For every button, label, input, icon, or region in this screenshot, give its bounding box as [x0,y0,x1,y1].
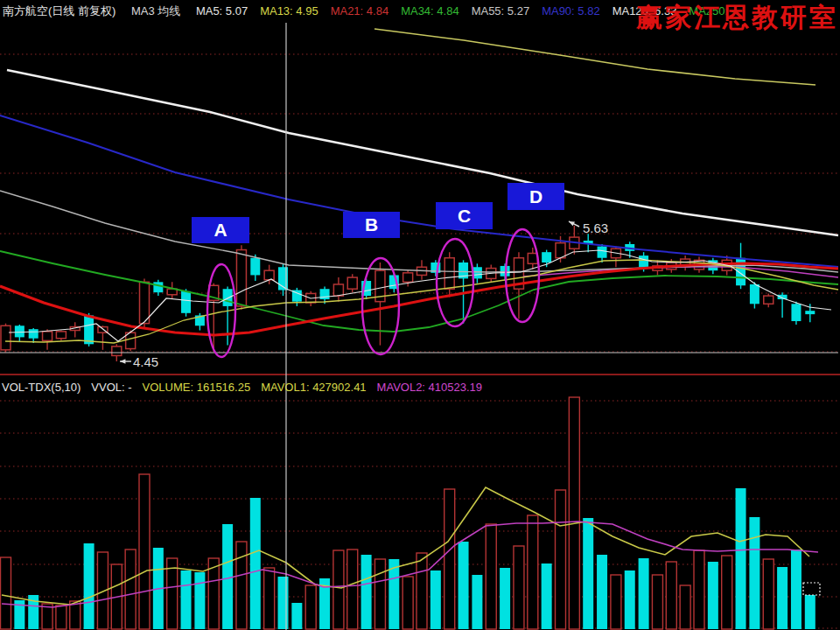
volume-indicator-value: MAVOL1: 427902.41 [261,381,366,394]
annotation-box-b: B [343,212,400,238]
volume-indicator-value: MAVOL2: 410523.19 [377,381,482,394]
volume-indicator-value: VOL-TDX(5,10) [2,381,80,394]
annotation-box-a: A [192,217,249,243]
chart-canvas[interactable]: 5.634.45 [0,0,840,630]
annotation-box-d: D [508,183,564,210]
volume-bars [1,397,816,629]
ma-value: MA34: 4.84 [401,4,459,18]
watermark: 赢家江恩教研室 [636,0,838,36]
price-arrowhead [120,359,125,363]
ma250-partial-line [374,29,816,85]
ma120-line [7,70,838,235]
stock-chart-app: 南方航空(日线 前复权) MA3 均线 MA5: 5.07MA13: 4.95M… [0,0,840,630]
volume-indicator-value: VOLUME: 161516.25 [143,381,251,394]
ma-value: MA5: 5.07 [196,4,248,18]
price-label: 5.63 [583,220,608,235]
volume-indicator-value: VVOL: - [91,381,131,394]
volume-header: VOL-TDX(5,10)VVOL: -VOLUME: 161516.25MAV… [0,376,840,398]
ma90-line [0,116,838,267]
volume-selection-box [803,583,820,595]
ma-value: MA21: 4.84 [331,4,389,18]
stock-title: 南方航空(日线 前复权) [3,4,116,18]
ma-value: MA90: 5.82 [542,4,600,18]
annotation-box-c: C [436,202,493,229]
highlight-ellipse [437,239,473,326]
price-label: 4.45 [133,354,158,369]
ma-value: MA55: 5.27 [472,4,530,18]
ma-value: MA13: 4.95 [260,4,318,18]
ma-indicator-label: MA3 均线 [131,4,180,18]
